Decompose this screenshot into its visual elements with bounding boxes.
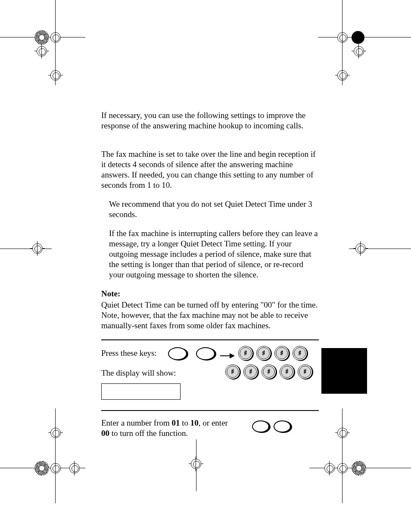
hash-key-icon: ♯ xyxy=(256,346,271,361)
recommend-paragraph: We recommend that you do not set Quiet D… xyxy=(109,199,318,220)
display-box xyxy=(101,383,181,400)
step1-display-label: The display will show: xyxy=(101,368,176,378)
registration-mark-icon xyxy=(352,44,366,59)
note-label: Note: xyxy=(101,289,120,298)
registration-mark-icon xyxy=(48,68,63,83)
registration-mark-icon xyxy=(335,461,350,476)
hash-key-icon: ♯ xyxy=(293,346,307,361)
registration-dot-icon xyxy=(352,31,364,44)
registration-mark-icon xyxy=(48,426,63,440)
registration-mark-icon xyxy=(335,68,350,83)
registration-mark-icon xyxy=(335,426,350,440)
arrow-right-icon xyxy=(220,352,235,360)
function-key-icon xyxy=(196,347,215,360)
registration-mark-icon xyxy=(48,461,63,476)
divider xyxy=(101,410,319,411)
registration-mark-icon xyxy=(30,241,45,256)
hash-key-icon: ♯ xyxy=(274,346,289,361)
intro-paragraph: If necessary, you can use the following … xyxy=(101,110,319,131)
number-key-icon xyxy=(274,420,291,432)
registration-mark-icon xyxy=(48,30,63,45)
registration-mark-icon xyxy=(353,241,368,256)
registration-mark-icon xyxy=(189,457,203,471)
registration-mark-icon xyxy=(34,44,49,59)
interrupt-paragraph: If the fax machine is interrupting calle… xyxy=(109,228,318,280)
thumb-tab xyxy=(321,348,367,394)
step2-text: Enter a number from 01 to 10, or enter 0… xyxy=(101,418,230,439)
hash-key-icon: ♯ xyxy=(243,364,258,379)
hash-key-icon: ♯ xyxy=(262,364,276,379)
hash-key-icon: ♯ xyxy=(280,364,294,379)
hash-key-icon: ♯ xyxy=(298,364,312,379)
number-key-icon xyxy=(252,420,269,432)
hash-key-icon: ♯ xyxy=(238,346,253,361)
description-paragraph: The fax machine is set to take over the … xyxy=(101,149,319,190)
registration-mark-icon xyxy=(335,30,350,45)
note-body: Quiet Detect Time can be turned off by e… xyxy=(101,300,319,331)
registration-mark-icon xyxy=(322,461,337,476)
divider xyxy=(101,339,319,340)
function-key-icon xyxy=(168,347,187,360)
registration-mark-icon xyxy=(67,461,82,476)
hash-key-icon: ♯ xyxy=(225,364,240,379)
